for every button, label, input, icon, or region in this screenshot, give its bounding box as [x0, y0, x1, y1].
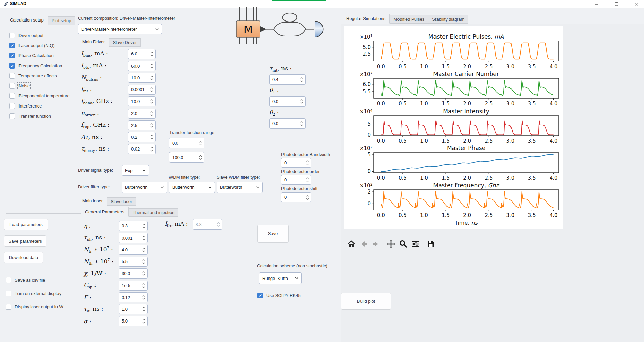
- wdm-filter-type-select[interactable]: Butterworth: [169, 182, 215, 193]
- spinner-arrows-icon[interactable]: [306, 177, 311, 182]
- pd-shift-spinbox[interactable]: 0: [281, 192, 311, 202]
- x-tick-label: 1.5: [442, 175, 450, 181]
- y-tick-label: 0: [367, 201, 371, 207]
- driver-signal-type-select[interactable]: Exp: [122, 165, 149, 176]
- tab-thermal-and-injection[interactable]: Thermal and injection: [129, 208, 178, 217]
- tab-general-parameters[interactable]: General Parameters: [81, 207, 129, 217]
- tab-slave-laser[interactable]: Slave laser: [107, 197, 136, 206]
- build-plot-button[interactable]: Build plot: [341, 293, 391, 310]
- minimize-button[interactable]: [590, 1, 603, 7]
- spinner-arrows-icon[interactable]: [300, 121, 305, 126]
- chevron-down-icon: [161, 186, 164, 188]
- x-tick-label: 1.0: [420, 101, 428, 107]
- tab-modified-pulses[interactable]: Modified Pulses: [390, 15, 428, 24]
- checkbox-icon: [6, 277, 11, 283]
- x-tick-label: 0.0: [377, 101, 385, 107]
- tab-stability-diagram[interactable]: Stability diagram: [428, 15, 468, 24]
- tab-slave-driver[interactable]: Slave Driver: [109, 38, 141, 47]
- zoom-to-rect-icon[interactable]: [399, 239, 408, 248]
- x-tick-label: 2.5: [485, 138, 493, 144]
- x-tick-label: 3.0: [506, 101, 514, 107]
- x-tick-label: 0.0: [377, 212, 385, 218]
- x-tick-label: 0.0: [377, 63, 385, 70]
- tab-plot-setup[interactable]: Plot setup: [48, 16, 75, 25]
- home-icon[interactable]: [347, 239, 356, 248]
- pd-bandwidth-spinbox[interactable]: 0: [281, 158, 311, 168]
- general-parameters-pane: [81, 216, 253, 335]
- pd-shift-label: Photodetector shift: [281, 186, 330, 191]
- x-tick-label: 1.5: [442, 101, 450, 107]
- download-data-button[interactable]: Download data: [4, 252, 43, 263]
- forward-icon[interactable]: [371, 239, 380, 248]
- param-spinbox-tauint[interactable]: 0.4: [269, 74, 306, 85]
- spinbox-value: 100.0: [169, 155, 199, 160]
- axis-offset-master-carrier-number: ×107: [359, 71, 373, 77]
- param-label-theta1: θ1 :: [269, 87, 306, 94]
- slave-wdm-filter-type-label: Slave WDM filter type:: [217, 175, 260, 180]
- spinner-arrows-icon[interactable]: [199, 155, 204, 160]
- spinner-arrows-icon[interactable]: [306, 160, 311, 165]
- output-option-external-display[interactable]: Turn on external display: [6, 288, 63, 298]
- pd-order-spinbox[interactable]: 0: [281, 175, 311, 185]
- photodetector-parameters: Photodetector Bandwidth0Photodetector or…: [281, 152, 330, 203]
- x-tick-label: 3.0: [506, 175, 514, 181]
- param-spinbox-theta1[interactable]: 0.0: [269, 96, 306, 107]
- close-button[interactable]: [630, 1, 643, 7]
- tab-regular-simulations[interactable]: Regular Simulations: [342, 14, 390, 24]
- save-parameters-button[interactable]: Save parameters: [4, 235, 46, 247]
- output-option-laser-output-w[interactable]: Display laser output in W: [6, 302, 63, 312]
- chart-title-master-frequency: Master Frequency, Ghz: [433, 182, 500, 189]
- configure-subplots-icon[interactable]: [411, 239, 420, 248]
- checkbox-icon: [6, 304, 11, 310]
- x-tick-label: 4.0: [550, 212, 558, 218]
- tab-main-driver[interactable]: Main Driver: [78, 37, 109, 47]
- spinner-arrows-icon[interactable]: [199, 141, 204, 146]
- spinbox-value: 0: [281, 177, 306, 182]
- load-parameters-button[interactable]: Load parameters: [4, 219, 48, 230]
- back-icon[interactable]: [359, 239, 368, 248]
- chart-title-master-phase: Master Phase: [447, 145, 485, 152]
- x-tick-label: 0.5: [399, 101, 407, 107]
- axis-offset-master-frequency: ×102: [359, 182, 373, 189]
- spinbox-value: 0.0: [270, 99, 300, 104]
- simulation-figure: Master Electric Pulses, mA×1015.02.50.00…: [344, 26, 563, 229]
- driver-filter-type-select[interactable]: Butterworth: [122, 182, 167, 193]
- x-axis-label: Time, ns: [454, 220, 478, 226]
- tab-main-laser[interactable]: Main laser: [78, 196, 107, 206]
- save-button[interactable]: Save: [257, 225, 289, 243]
- param-spinbox-theta2[interactable]: 0.0: [269, 118, 306, 129]
- coupler-icon: [260, 26, 266, 32]
- series-line-master-electric-pulses: [381, 43, 554, 59]
- y-tick-label: 0: [367, 168, 371, 174]
- pd-bandwidth-label: Photodetector Bandwidth: [281, 152, 330, 157]
- save-figure-icon[interactable]: [426, 239, 435, 248]
- axis-offset-master-intensity: ×104: [359, 108, 373, 115]
- x-tick-label: 2.0: [463, 212, 471, 218]
- spinner-arrows-icon[interactable]: [306, 195, 311, 200]
- x-tick-label: 3.5: [528, 175, 536, 181]
- checkbox-label: Display laser output in W: [15, 304, 63, 309]
- chart-title-master-electric-pulses: Master Electric Pulses, mA: [428, 33, 504, 40]
- tab-calculation-setup[interactable]: Calculation setup: [6, 15, 48, 25]
- toolbar-separator: [383, 240, 383, 248]
- chart-title-master-intensity: Master Intensity: [443, 108, 489, 115]
- slave-wdm-filter-type-select[interactable]: Butterworth: [217, 182, 263, 193]
- spinner-arrows-icon[interactable]: [300, 77, 305, 82]
- pan-icon[interactable]: [386, 239, 395, 248]
- transfer-range-max-spinbox[interactable]: 100.0: [169, 152, 204, 163]
- x-tick-label: 3.0: [506, 63, 514, 70]
- maximize-button[interactable]: [610, 1, 623, 7]
- interferometer-icon: [274, 13, 314, 36]
- transfer-range-min-spinbox[interactable]: 0.0: [169, 138, 204, 148]
- spinner-arrows-icon[interactable]: [300, 99, 305, 104]
- x-tick-label: 3.5: [528, 212, 536, 218]
- photodetector-icon: [315, 21, 323, 37]
- option-use-scipy-rk45[interactable]: Use SCIPY RK45: [257, 290, 301, 300]
- x-tick-label: 1.5: [442, 212, 450, 218]
- output-option-save-csv[interactable]: Save as csv file: [6, 275, 63, 285]
- x-tick-label: 0.5: [399, 175, 407, 181]
- chevron-down-icon: [142, 169, 146, 171]
- calculation-scheme-select[interactable]: Runge_Kutta: [259, 272, 302, 284]
- toolbar-separator: [423, 240, 423, 248]
- x-tick-label: 3.0: [506, 138, 514, 144]
